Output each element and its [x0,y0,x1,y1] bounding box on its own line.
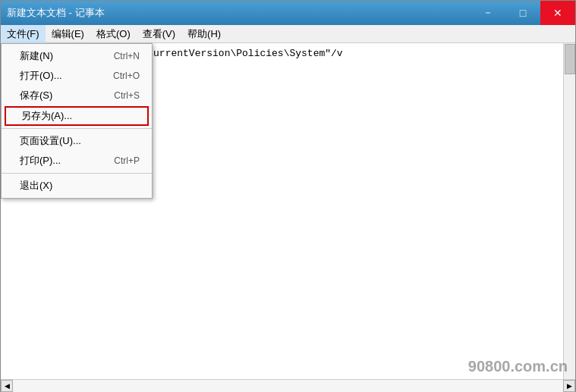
watermark: 90800.com.cn [468,358,568,375]
menu-save[interactable]: 保存(S) Ctrl+S [2,86,152,105]
file-menu-dropdown: 新建(N) Ctrl+N 打开(O)... Ctrl+O 保存(S) Ctrl+… [1,43,153,199]
menu-print[interactable]: 打印(P)... Ctrl+P [2,151,152,171]
menu-view[interactable]: 查看(V) [137,25,181,43]
horizontal-scrollbar[interactable]: ◀ ▶ [1,379,575,391]
title-bar: 新建文本文档 - 记事本 － □ ✕ [1,1,575,25]
close-button[interactable]: ✕ [540,1,575,25]
scroll-left-button[interactable]: ◀ [1,380,13,392]
scrollbar-thumb[interactable] [565,44,575,74]
menu-edit[interactable]: 编辑(E) [46,25,90,43]
menu-pagesetup[interactable]: 页面设置(U)... [2,131,152,151]
menu-bar: 文件(F) 编辑(E) 格式(O) 查看(V) 帮助(H) 新建(N) Ctrl… [1,25,575,43]
menu-exit[interactable]: 退出(X) [2,176,152,196]
scroll-track[interactable] [13,380,563,392]
menu-saveas[interactable]: 另存为(A)... [5,106,149,126]
menu-help[interactable]: 帮助(H) [181,25,227,43]
maximize-button[interactable]: □ [505,1,540,25]
minimize-button[interactable]: － [471,1,505,25]
menu-separator-1 [2,128,152,129]
vertical-scrollbar[interactable] [563,43,575,379]
window-title: 新建文本文档 - 记事本 [7,6,105,20]
menu-format[interactable]: 格式(O) [90,25,137,43]
scroll-right-button[interactable]: ▶ [563,380,575,392]
title-controls: － □ ✕ [471,1,575,25]
main-window: 新建文本文档 - 记事本 － □ ✕ 文件(F) 编辑(E) 格式(O) 查看(… [0,0,576,392]
menu-open[interactable]: 打开(O)... Ctrl+O [2,66,152,86]
menu-new[interactable]: 新建(N) Ctrl+N [2,46,152,66]
menu-separator-2 [2,173,152,174]
menu-file[interactable]: 文件(F) [1,25,46,43]
